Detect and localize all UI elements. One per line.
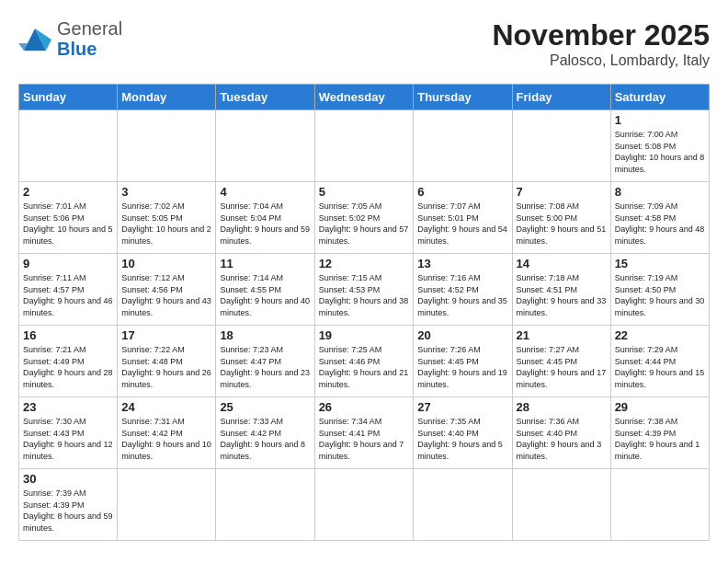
day-number: 13 — [417, 257, 507, 270]
day-header-thursday: Thursday — [414, 85, 512, 110]
calendar-cell: 5Sunrise: 7:05 AM Sunset: 5:02 PM Daylig… — [314, 182, 414, 254]
calendar-cell: 25Sunrise: 7:33 AM Sunset: 4:42 PM Dayli… — [216, 397, 314, 469]
day-number: 10 — [121, 257, 211, 270]
day-info: Sunrise: 7:35 AM Sunset: 4:40 PM Dayligh… — [417, 416, 507, 462]
calendar-cell: 10Sunrise: 7:12 AM Sunset: 4:56 PM Dayli… — [118, 254, 216, 326]
day-info: Sunrise: 7:05 AM Sunset: 5:02 PM Dayligh… — [319, 201, 410, 247]
calendar-cell: 4Sunrise: 7:04 AM Sunset: 5:04 PM Daylig… — [216, 182, 314, 254]
day-info: Sunrise: 7:25 AM Sunset: 4:46 PM Dayligh… — [319, 344, 410, 390]
calendar-cell — [414, 110, 512, 182]
calendar-cell — [610, 469, 709, 541]
day-number: 1 — [615, 113, 705, 127]
day-info: Sunrise: 7:14 AM Sunset: 4:55 PM Dayligh… — [220, 272, 310, 318]
calendar-cell: 13Sunrise: 7:16 AM Sunset: 4:52 PM Dayli… — [414, 254, 512, 326]
calendar-cell — [414, 469, 512, 541]
day-number: 4 — [220, 185, 310, 199]
calendar-cell: 17Sunrise: 7:22 AM Sunset: 4:48 PM Dayli… — [118, 326, 216, 397]
calendar-cell: 2Sunrise: 7:01 AM Sunset: 5:06 PM Daylig… — [19, 182, 118, 254]
day-number: 5 — [319, 185, 410, 199]
day-number: 12 — [319, 257, 410, 270]
day-info: Sunrise: 7:38 AM Sunset: 4:39 PM Dayligh… — [615, 416, 705, 462]
day-number: 17 — [121, 328, 211, 342]
day-number: 22 — [615, 328, 705, 342]
calendar-cell: 1Sunrise: 7:00 AM Sunset: 5:08 PM Daylig… — [610, 110, 709, 182]
calendar-cell: 11Sunrise: 7:14 AM Sunset: 4:55 PM Dayli… — [216, 254, 314, 326]
calendar-cell — [216, 469, 314, 541]
calendar-cell: 16Sunrise: 7:21 AM Sunset: 4:49 PM Dayli… — [19, 326, 118, 397]
calendar-cell — [512, 469, 610, 541]
calendar-cell — [216, 110, 314, 182]
calendar-table: SundayMondayTuesdayWednesdayThursdayFrid… — [18, 84, 710, 541]
day-header-wednesday: Wednesday — [314, 85, 414, 110]
calendar-cell — [512, 110, 610, 182]
day-info: Sunrise: 7:21 AM Sunset: 4:49 PM Dayligh… — [23, 344, 113, 390]
day-number: 15 — [615, 257, 705, 270]
day-info: Sunrise: 7:27 AM Sunset: 4:45 PM Dayligh… — [517, 344, 607, 390]
calendar-cell — [118, 469, 216, 541]
day-number: 26 — [319, 400, 410, 414]
day-header-friday: Friday — [512, 85, 610, 110]
calendar-cell: 8Sunrise: 7:09 AM Sunset: 4:58 PM Daylig… — [610, 182, 709, 254]
day-info: Sunrise: 7:19 AM Sunset: 4:50 PM Dayligh… — [615, 272, 705, 318]
day-info: Sunrise: 7:15 AM Sunset: 4:53 PM Dayligh… — [319, 272, 410, 318]
day-info: Sunrise: 7:29 AM Sunset: 4:44 PM Dayligh… — [615, 344, 705, 390]
day-info: Sunrise: 7:11 AM Sunset: 4:57 PM Dayligh… — [23, 272, 113, 318]
week-row-5: 23Sunrise: 7:30 AM Sunset: 4:43 PM Dayli… — [19, 397, 710, 469]
day-number: 21 — [517, 328, 607, 342]
day-info: Sunrise: 7:12 AM Sunset: 4:56 PM Dayligh… — [121, 272, 211, 318]
week-row-2: 2Sunrise: 7:01 AM Sunset: 5:06 PM Daylig… — [19, 182, 710, 254]
day-info: Sunrise: 7:02 AM Sunset: 5:05 PM Dayligh… — [121, 201, 211, 247]
day-number: 11 — [220, 257, 310, 270]
day-number: 16 — [23, 328, 113, 342]
calendar-cell: 14Sunrise: 7:18 AM Sunset: 4:51 PM Dayli… — [512, 254, 610, 326]
day-info: Sunrise: 7:30 AM Sunset: 4:43 PM Dayligh… — [23, 416, 113, 462]
title-block: November 2025 Palosco, Lombardy, Italy — [492, 18, 710, 69]
day-number: 20 — [417, 328, 507, 342]
day-info: Sunrise: 7:39 AM Sunset: 4:39 PM Dayligh… — [23, 488, 113, 534]
day-info: Sunrise: 7:34 AM Sunset: 4:41 PM Dayligh… — [319, 416, 410, 462]
calendar-cell: 7Sunrise: 7:08 AM Sunset: 5:00 PM Daylig… — [512, 182, 610, 254]
day-info: Sunrise: 7:09 AM Sunset: 4:58 PM Dayligh… — [615, 201, 705, 247]
week-row-6: 30Sunrise: 7:39 AM Sunset: 4:39 PM Dayli… — [19, 469, 710, 541]
calendar-cell: 28Sunrise: 7:36 AM Sunset: 4:40 PM Dayli… — [512, 397, 610, 469]
calendar-cell — [314, 469, 414, 541]
logo-icon — [18, 25, 51, 52]
calendar-cell: 9Sunrise: 7:11 AM Sunset: 4:57 PM Daylig… — [19, 254, 118, 326]
day-number: 6 — [417, 185, 507, 199]
week-row-1: 1Sunrise: 7:00 AM Sunset: 5:08 PM Daylig… — [19, 110, 710, 182]
day-info: Sunrise: 7:16 AM Sunset: 4:52 PM Dayligh… — [417, 272, 507, 318]
day-number: 2 — [23, 185, 113, 199]
day-header-saturday: Saturday — [610, 85, 709, 110]
day-number: 30 — [23, 472, 113, 486]
day-number: 9 — [23, 257, 113, 270]
logo-general: General — [57, 18, 122, 39]
calendar-cell: 6Sunrise: 7:07 AM Sunset: 5:01 PM Daylig… — [414, 182, 512, 254]
day-number: 19 — [319, 328, 410, 342]
day-number: 18 — [220, 328, 310, 342]
month-title: November 2025 — [492, 18, 710, 52]
calendar-header-row: SundayMondayTuesdayWednesdayThursdayFrid… — [19, 85, 710, 110]
day-number: 14 — [517, 257, 607, 270]
day-info: Sunrise: 7:04 AM Sunset: 5:04 PM Dayligh… — [220, 201, 310, 247]
calendar-cell — [118, 110, 216, 182]
calendar-cell — [314, 110, 414, 182]
logo: General Blue — [18, 18, 122, 59]
day-info: Sunrise: 7:36 AM Sunset: 4:40 PM Dayligh… — [517, 416, 607, 462]
day-info: Sunrise: 7:23 AM Sunset: 4:47 PM Dayligh… — [220, 344, 310, 390]
day-info: Sunrise: 7:01 AM Sunset: 5:06 PM Dayligh… — [23, 201, 113, 247]
day-info: Sunrise: 7:26 AM Sunset: 4:45 PM Dayligh… — [417, 344, 507, 390]
day-number: 7 — [517, 185, 607, 199]
day-info: Sunrise: 7:07 AM Sunset: 5:01 PM Dayligh… — [417, 201, 507, 247]
calendar-cell: 26Sunrise: 7:34 AM Sunset: 4:41 PM Dayli… — [314, 397, 414, 469]
logo-blue: Blue — [57, 39, 97, 59]
day-number: 28 — [517, 400, 607, 414]
week-row-4: 16Sunrise: 7:21 AM Sunset: 4:49 PM Dayli… — [19, 326, 710, 397]
calendar-cell: 30Sunrise: 7:39 AM Sunset: 4:39 PM Dayli… — [19, 469, 118, 541]
day-info: Sunrise: 7:18 AM Sunset: 4:51 PM Dayligh… — [517, 272, 607, 318]
logo-text: General Blue — [57, 18, 122, 59]
calendar-cell: 15Sunrise: 7:19 AM Sunset: 4:50 PM Dayli… — [610, 254, 709, 326]
day-header-sunday: Sunday — [19, 85, 118, 110]
day-number: 24 — [121, 400, 211, 414]
day-header-monday: Monday — [118, 85, 216, 110]
day-info: Sunrise: 7:08 AM Sunset: 5:00 PM Dayligh… — [517, 201, 607, 247]
